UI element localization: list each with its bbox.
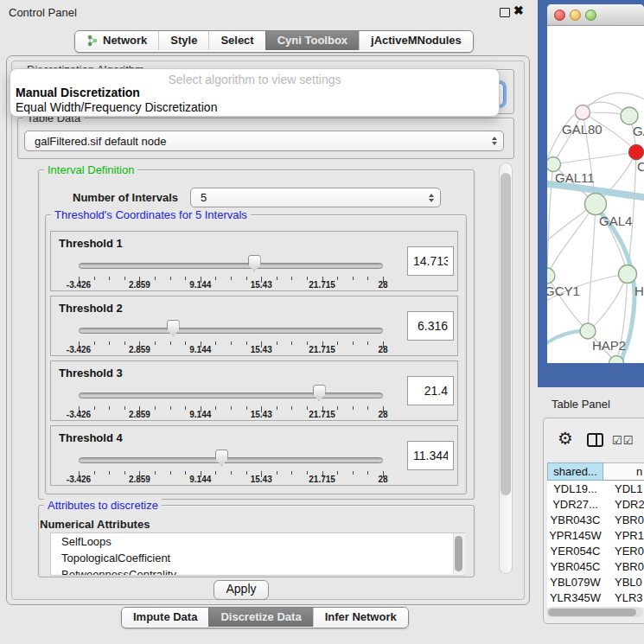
slider-tick — [231, 341, 232, 345]
attribute-list-item[interactable]: TopologicalCoefficient — [51, 550, 464, 566]
bottom-tab-discretize-data[interactable]: Discretize Data — [208, 608, 312, 627]
node-hap2[interactable] — [580, 323, 596, 339]
threshold-slider-thumb[interactable] — [313, 385, 326, 401]
table-row[interactable]: YER054CYER0 — [547, 543, 644, 558]
threshold-slider-thumb[interactable] — [248, 255, 261, 271]
threshold-slider-thumb[interactable] — [167, 320, 180, 336]
threshold-slider-thumb[interactable] — [215, 450, 228, 466]
minimize-traffic-light-icon[interactable] — [570, 10, 581, 21]
cell-name[interactable]: YBR0 — [603, 513, 644, 526]
table-row[interactable]: YBR045CYBR0 — [547, 558, 644, 574]
threshold-slider-track[interactable] — [79, 328, 383, 334]
tab-label: jActiveMNodules — [371, 31, 462, 50]
label-gal4: GAL4 — [599, 214, 632, 228]
bottom-tab-infer-network[interactable]: Infer Network — [313, 608, 408, 627]
cell-name[interactable]: YDR2 — [603, 498, 644, 511]
node-right-mid[interactable] — [619, 265, 637, 284]
select-columns-icon[interactable]: ☑☑ — [612, 434, 634, 447]
popup-option-manual[interactable]: Manual Discretization — [16, 86, 140, 99]
cell-shared-name[interactable]: YPR145W — [547, 529, 603, 542]
node-gal11[interactable] — [547, 157, 561, 172]
cell-name[interactable]: YER0 — [603, 545, 644, 558]
column-header-name[interactable]: n — [603, 462, 644, 481]
cell-shared-name[interactable]: YDL19... — [547, 482, 603, 495]
slider-tick — [185, 277, 186, 280]
slider-tick — [246, 406, 247, 410]
tab-jactivemnodules[interactable]: jActiveMNodules — [359, 31, 473, 50]
cell-shared-name[interactable]: YDR27... — [547, 498, 603, 511]
slider-tick — [353, 406, 354, 410]
label-gal80: GAL80 — [562, 122, 603, 137]
table-row[interactable]: YLR345WYLR3 — [547, 590, 644, 605]
bottom-tab-bar: Impute DataDiscretize DataInfer Network — [121, 607, 409, 628]
attributes-scrollbar-thumb[interactable] — [455, 536, 462, 571]
slider-scale-label: 9.144 — [189, 410, 211, 419]
apply-button[interactable]: Apply — [214, 580, 269, 600]
tab-select[interactable]: Select — [208, 31, 265, 50]
node-gal4[interactable] — [585, 194, 607, 215]
settings-scrollbar-thumb[interactable] — [501, 173, 511, 495]
table-data-combo[interactable]: galFiltered.sif default node — [24, 131, 504, 151]
cell-name[interactable]: YLR3 — [603, 591, 643, 604]
threshold-value-field[interactable] — [407, 246, 454, 276]
algorithm-popup-hint: Select algorithm to view settings — [10, 73, 499, 86]
threshold-value-field[interactable] — [407, 311, 454, 341]
node-gal80[interactable] — [576, 105, 590, 120]
cell-name[interactable]: YPR1 — [603, 529, 644, 542]
gear-icon[interactable]: ⚙ — [558, 430, 573, 447]
tab-cyni-toolbox[interactable]: Cyni Toolbox — [265, 31, 359, 50]
threshold-row-1: Threshold 1-3.4262.8599.14415.4321.71528 — [50, 231, 458, 291]
cell-shared-name[interactable]: YBR045C — [547, 560, 603, 573]
threshold-value-field[interactable] — [407, 376, 454, 405]
attribute-list-item[interactable]: SelfLoops — [51, 533, 464, 550]
float-panel-icon[interactable] — [500, 8, 510, 17]
table-row[interactable]: YDL19...YDL1 — [547, 481, 644, 496]
cell-name[interactable]: YBL0 — [603, 576, 642, 589]
close-traffic-light-icon[interactable] — [554, 10, 565, 21]
label-ga: GA — [633, 124, 644, 138]
popup-option-equal-width[interactable]: Equal Width/Frequency Discretization — [16, 100, 217, 114]
column-header-shared[interactable]: shared... — [547, 462, 603, 481]
node-selected-red[interactable] — [629, 145, 644, 160]
cell-name[interactable]: YBR0 — [603, 560, 644, 573]
bottom-tab-impute-data[interactable]: Impute Data — [122, 608, 208, 627]
label-c: C — [637, 159, 644, 174]
tab-style[interactable]: Style — [158, 31, 208, 50]
tab-label: Cyni Toolbox — [277, 31, 348, 50]
cell-shared-name[interactable]: YBL079W — [547, 576, 603, 589]
slider-scale-label: -3.426 — [67, 410, 91, 419]
network-canvas[interactable]: GAL80 GA GAL11 C GAL4 GCY1 H HAP2 — [547, 26, 644, 363]
cell-shared-name[interactable]: YLR345W — [547, 591, 603, 604]
column-view-icon[interactable] — [587, 433, 603, 447]
cell-shared-name[interactable]: YER054C — [547, 545, 603, 558]
node-gcy1[interactable] — [547, 268, 555, 284]
slider-tick — [307, 277, 308, 280]
threshold-value-field[interactable] — [407, 441, 454, 470]
table-row[interactable]: YPR145WYPR1 — [547, 527, 644, 543]
slider-scale-label: 28 — [378, 345, 387, 354]
threshold-slider-track[interactable] — [79, 392, 383, 399]
network-window-titlebar[interactable] — [547, 4, 644, 26]
threshold-slider-track[interactable] — [79, 457, 383, 463]
cell-shared-name[interactable]: YBR043C — [547, 513, 603, 526]
slider-tick — [109, 277, 110, 280]
slider-tick — [367, 341, 368, 345]
tab-label: Style — [170, 31, 197, 50]
tab-network[interactable]: Network — [75, 31, 158, 50]
slider-tick — [277, 277, 277, 280]
slider-tick — [170, 277, 171, 280]
threshold-slider-track[interactable] — [79, 263, 383, 269]
slider-tick — [246, 277, 247, 280]
table-row[interactable]: YBL079WYBL0 — [547, 574, 644, 590]
node-top-right[interactable] — [621, 107, 638, 124]
attribute-list-item[interactable]: BetweennessCentrality — [51, 566, 464, 576]
cell-name[interactable]: YDL1 — [603, 482, 643, 495]
num-intervals-combo[interactable]: 5 — [190, 188, 441, 207]
table-row[interactable]: YDR27...YDR2 — [547, 496, 644, 512]
attributes-list[interactable]: SelfLoopsTopologicalCoefficientBetweenne… — [50, 532, 465, 576]
slider-scale-label: -3.426 — [67, 280, 91, 290]
close-icon[interactable]: ✖ — [513, 3, 524, 17]
zoom-traffic-light-icon[interactable] — [585, 10, 596, 21]
table-row[interactable]: YBR043CYBR0 — [547, 512, 644, 527]
table-hscrollbar-thumb[interactable] — [548, 609, 636, 616]
